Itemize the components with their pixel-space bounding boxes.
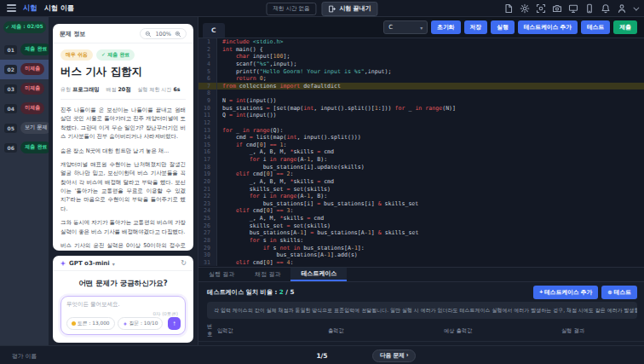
gpt-model-select[interactable]: GPT o3-mini ▾ xyxy=(60,260,115,267)
testcase-table: 번호입력값출력값예상 출력값실행 결과 10.000.000.00일치20-> … xyxy=(198,321,644,345)
code-line-6: 6 return 0; xyxy=(198,75,644,83)
problem-status-badge: 미제출 xyxy=(20,102,44,114)
gpt-input-box[interactable]: 무엇이든 물어보세요. 0자 (0토큰) 토큰 : 13,000질문 : 10/… xyxy=(60,296,186,335)
line-number: 1 xyxy=(198,38,217,46)
evaluation-name: 평가 이름 xyxy=(12,352,37,361)
footer-bar: 평가 이름 1/5 다음 문제 › xyxy=(0,345,644,364)
sidebar-problem-06[interactable]: 06제출 완료 xyxy=(0,138,49,158)
problem-status-badge: 제출 완료 xyxy=(20,43,51,55)
menu-icon[interactable] xyxy=(7,4,16,12)
problem-info-panel: 문제 정보 100% 매우 쉬움✓ 제출 완료 버스 기사 집합지 유형프로그래… xyxy=(53,24,193,251)
meta-item: 실행 제한 시간6s xyxy=(138,86,181,94)
code-line-17: 17 for i in range(A-1, B): xyxy=(198,156,644,164)
page-indicator: 1/5 xyxy=(316,352,327,360)
chevron-down-icon[interactable] xyxy=(633,4,639,10)
problem-panel-header: 문제 정보 100% xyxy=(53,24,193,43)
problem-paragraph: 진주 나들이를 온 보선이는 나들이를 끝내고 원래 살던 곳인 서울로 돌아가… xyxy=(60,106,186,142)
problem-number: 03 xyxy=(4,84,17,94)
problem-paragraph: 버스 기사의 운전 실력은 0이상 50이하의 정수로 표현될 수 있으며, 운… xyxy=(60,241,186,251)
problem-number: 01 xyxy=(4,45,17,55)
column-header: 실행 결과 xyxy=(561,321,644,342)
next-problem-button[interactable]: 다음 문제 › xyxy=(372,350,416,362)
zoom-in-icon[interactable] xyxy=(175,31,181,38)
monitor-icon[interactable] xyxy=(568,3,578,14)
sidebar-problem-01[interactable]: 01제출 완료 xyxy=(0,40,49,60)
line-number: 6 xyxy=(198,75,217,83)
app-root: 시험 시험 이름 제한 시간 없음 시험 끝내기 ✓ 제출 : 02/05 01… xyxy=(0,0,644,364)
sidebar-problem-05[interactable]: 05보기 문제 xyxy=(0,118,49,138)
smartphone-icon[interactable] xyxy=(584,3,595,14)
language-select[interactable]: C ▾ xyxy=(383,20,428,34)
toolbar-add-testcase-button[interactable]: 테스트케이스 추가 xyxy=(518,20,578,34)
sidebar-problem-04[interactable]: 04미제출 xyxy=(0,99,49,118)
code-line-24: 24 elif cmd[0] == 3: xyxy=(198,207,644,215)
reset-button[interactable]: 초기화 xyxy=(431,20,460,34)
problem-status-badge: 보기 문제 xyxy=(20,122,51,134)
line-number: 26 xyxy=(198,222,217,230)
match-ratio-total: / 5 xyxy=(284,288,295,296)
line-number: 7 xyxy=(198,83,217,90)
sparkle-icon xyxy=(123,321,128,326)
line-number: 13 xyxy=(198,127,217,135)
problem-sidebar: ✓ 제출 : 02/05 01제출 완료02미제출03미제출04미제출05보기 … xyxy=(0,17,49,345)
meta-item: 유형프로그래밍 xyxy=(60,86,99,94)
save-button[interactable]: 저장 xyxy=(464,20,488,34)
zoom-out-icon[interactable] xyxy=(145,31,152,38)
finish-exam-button[interactable]: 시험 끝내기 xyxy=(322,2,378,16)
line-number: 14 xyxy=(198,134,217,142)
result-tab-inactive[interactable]: 채점 결과 xyxy=(244,268,290,281)
file-export-icon[interactable] xyxy=(503,3,514,14)
line-number: 8 xyxy=(198,90,217,97)
match-ratio: 테스트케이스 일치 비율 : 2 / 5 xyxy=(207,288,294,297)
main-area: ✓ 제출 : 02/05 01제출 완료02미제출03미제출04미제출05보기 … xyxy=(0,17,644,345)
editor-file-tab[interactable]: C xyxy=(203,23,225,38)
run-button[interactable]: 실행 xyxy=(491,20,515,34)
code-line-28: 28 for s in skills: xyxy=(198,237,644,245)
toolbar-actions: C ▾ 초기화저장실행테스트케이스 추가테스트 제출 xyxy=(383,20,644,38)
result-tab-active[interactable]: 테스트케이스 xyxy=(290,268,347,281)
line-number: 23 xyxy=(198,200,217,208)
panel-test-button[interactable]: ⊙ 테스트 xyxy=(601,286,637,299)
topbar-icons xyxy=(503,0,637,17)
refresh-icon[interactable]: ↻ xyxy=(181,260,187,267)
line-number: 17 xyxy=(198,156,217,164)
column-header: 예상 출력값 xyxy=(444,321,561,342)
settings-gear-icon[interactable] xyxy=(520,3,530,14)
sparkle-icon xyxy=(60,260,66,267)
result-tab-inactive[interactable]: 실행 결과 xyxy=(198,268,244,281)
sidebar-problem-02[interactable]: 02미제출 xyxy=(0,60,49,79)
problem-paragraph: 숨은 장소 N곳에 대한 힌트만 남겨 놓은 채... xyxy=(60,147,186,155)
match-ratio-label: 테스트케이스 일치 비율 : xyxy=(207,288,279,296)
gpt-char-count: 0자 (0토큰) xyxy=(152,311,178,317)
face-recognition-icon[interactable] xyxy=(536,3,546,14)
middle-column: 문제 정보 100% 매우 쉬움✓ 제출 완료 버스 기사 집합지 유형프로그래… xyxy=(49,17,198,345)
exit-icon xyxy=(329,5,336,13)
line-number: 16 xyxy=(198,148,217,156)
exam-logo: 시험 xyxy=(23,3,37,14)
gpt-prompt-text: 어떤 문제가 궁금하신가요? xyxy=(53,279,193,289)
problem-tag: ✓ 제출 완료 xyxy=(96,49,135,61)
code-editor[interactable]: 1#include <stdio.h>2int main() {3 char i… xyxy=(198,38,644,267)
submit-button[interactable]: 제출 xyxy=(613,20,637,34)
code-line-3: 3 char input[100]; xyxy=(198,53,644,61)
editor-toolbar: C C ▾ 초기화저장실행테스트케이스 추가테스트 제출 xyxy=(198,17,644,38)
camera-icon[interactable] xyxy=(552,3,562,14)
line-number: 19 xyxy=(198,170,217,178)
send-button[interactable]: ↑ xyxy=(168,317,181,330)
problem-paragraph: 그와 동시에 자기가 돌아가는 교통편의 버스에 가장 실력이 좋은 버스 기사… xyxy=(60,218,186,236)
column-header: 출력값 xyxy=(328,321,444,342)
panel-add-testcase-button[interactable]: + 테스트케이스 추가 xyxy=(533,286,598,299)
testcase-buttons: + 테스트케이스 추가 ⊙ 테스트 xyxy=(533,286,637,299)
problem-title: 버스 기사 집합지 xyxy=(60,65,186,79)
sidebar-problem-03[interactable]: 03미제출 xyxy=(0,79,49,99)
notification-bell-icon[interactable] xyxy=(601,3,611,14)
problem-panel-body: 매우 쉬움✓ 제출 완료 버스 기사 집합지 유형프로그래밍배점20점실행 제한… xyxy=(53,43,193,251)
code-line-11: 11Q = int(input()) xyxy=(198,112,644,119)
account-user-icon[interactable] xyxy=(617,3,627,14)
gpt-assistant-panel: GPT o3-mini ▾ ↻ 어떤 문제가 궁금하신가요? 무엇이든 물어보세… xyxy=(53,256,193,343)
code-line-15: 15 if cmd[0] == 1: xyxy=(198,142,644,149)
zoom-level: 100% xyxy=(155,31,171,38)
code-line-30: 30 bus_stations[A-1].add(s) xyxy=(198,251,644,259)
code-line-8: 8 xyxy=(198,90,644,97)
toolbar-test-button[interactable]: 테스트 xyxy=(581,20,610,34)
